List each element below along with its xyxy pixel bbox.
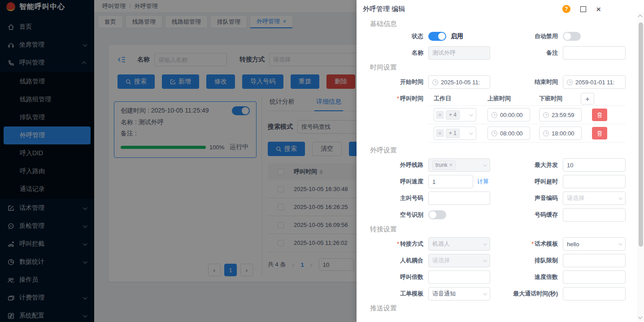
label-text: 话术模板: [535, 240, 558, 247]
clock-icon: [543, 112, 549, 118]
number-cache-field[interactable]: [563, 208, 626, 222]
queue-limit-field[interactable]: [563, 254, 626, 267]
speed-multiple-input[interactable]: [567, 274, 622, 281]
select-value: 机器人: [432, 240, 450, 248]
time-value: 23:59:59: [552, 112, 574, 118]
end-time-input[interactable]: 23:59:59: [539, 108, 582, 122]
section-push-settings: 推送设置: [370, 304, 628, 313]
remark-field[interactable]: [563, 46, 626, 60]
audio-codec-label: 声音编码: [495, 194, 563, 202]
chevron-down-icon: [618, 242, 622, 245]
more-tag: + 4: [449, 112, 457, 118]
auto-disable-toggle[interactable]: [563, 32, 581, 41]
call-timeout-field[interactable]: [563, 175, 626, 188]
queue-limit-label: 排队限制: [495, 257, 563, 265]
chevron-down-icon: [469, 131, 473, 135]
select-value: 语音通知: [432, 290, 456, 298]
max-concurrency-field[interactable]: [563, 158, 626, 172]
drawer-header: 外呼管理 编辑 ? ×: [357, 0, 644, 18]
status-text: 启用: [451, 32, 463, 40]
add-call-time-button[interactable]: +: [581, 93, 594, 104]
chevron-down-icon: [483, 292, 487, 295]
name-input[interactable]: [432, 50, 486, 57]
end-time-label: 结束时间: [495, 78, 563, 86]
close-icon[interactable]: ×: [596, 5, 601, 13]
column-end-time: 下班时间: [539, 95, 581, 103]
empty-number-toggle[interactable]: [428, 210, 446, 219]
workday-select[interactable]: × + 4: [434, 108, 476, 122]
status-toggle[interactable]: [428, 32, 446, 41]
call-multiple-label: 呼叫倍数: [370, 273, 428, 281]
end-time-input[interactable]: 18:00:00: [539, 126, 582, 140]
auto-disable-label: 自动禁用: [495, 32, 563, 40]
max-call-duration-field[interactable]: [563, 287, 626, 300]
clock-icon: [543, 131, 549, 136]
start-time-input[interactable]: 00:00:00: [487, 108, 530, 122]
drawer-scrollbar[interactable]: [637, 13, 644, 321]
remark-label: 备注: [495, 49, 563, 57]
call-multiple-field[interactable]: [428, 270, 490, 284]
end-time-picker[interactable]: 2059-01-01 11:: [563, 75, 626, 89]
column-start-time: 上班时间: [487, 95, 539, 103]
script-template-select[interactable]: hello: [563, 237, 626, 251]
time-value: 18:00:00: [552, 130, 574, 137]
clock-icon: [492, 131, 497, 136]
call-multiple-input[interactable]: [432, 274, 486, 281]
queue-limit-input[interactable]: [567, 257, 622, 264]
section-transfer-settings: 转接设置: [370, 225, 628, 234]
caller-number-input[interactable]: [432, 195, 486, 202]
call-time-label: *呼叫时间: [370, 92, 428, 103]
transfer-mode-select[interactable]: 机器人: [428, 237, 490, 251]
number-cache-label: 号码缓存: [495, 211, 563, 219]
scrollbar-thumb[interactable]: [639, 22, 643, 247]
call-timeout-input[interactable]: [567, 178, 622, 185]
help-icon[interactable]: ?: [562, 5, 570, 13]
audio-codec-select[interactable]: 请选择: [563, 191, 626, 205]
max-call-duration-input[interactable]: [567, 291, 622, 297]
column-workday: 工作日: [434, 95, 487, 103]
ticket-template-select[interactable]: 语音通知: [428, 287, 490, 300]
tag-close-icon[interactable]: ×: [449, 162, 453, 168]
delete-call-time-button[interactable]: [592, 109, 607, 121]
human-machine-coupling-select[interactable]: 请选择: [428, 254, 490, 267]
chevron-down-icon: [618, 196, 622, 200]
tag-close-icon[interactable]: ×: [436, 129, 444, 137]
call-timeout-label: 呼叫超时: [495, 178, 563, 186]
name-field[interactable]: [428, 46, 490, 60]
remark-input[interactable]: [567, 50, 622, 57]
scroll-down-icon[interactable]: [638, 315, 643, 319]
caller-number-field[interactable]: [428, 191, 490, 205]
delete-call-time-button[interactable]: [592, 127, 607, 139]
tag-close-icon[interactable]: ×: [436, 111, 444, 119]
clock-icon: [492, 112, 497, 118]
outbound-line-label: 外呼线路: [370, 161, 428, 169]
chevron-down-icon: [483, 163, 487, 166]
number-cache-input[interactable]: [567, 212, 622, 218]
human-machine-coupling-label: 人机耦合: [370, 257, 428, 265]
empty-number-label: 空号识别: [370, 211, 428, 219]
start-time-value: 2025-10-05 11:: [441, 79, 480, 86]
section-time-settings: 时间设置: [370, 63, 628, 72]
scroll-up-icon[interactable]: [638, 15, 643, 19]
call-speed-field[interactable]: [428, 175, 473, 188]
call-speed-input[interactable]: [432, 178, 469, 185]
ticket-template-label: 工单模板: [370, 290, 428, 298]
select-placeholder: 请选择: [432, 257, 450, 265]
speed-multiple-field[interactable]: [563, 270, 626, 284]
start-time-picker[interactable]: 2025-10-05 11:: [428, 75, 490, 89]
calculate-link[interactable]: 计算: [477, 178, 489, 186]
maximize-icon[interactable]: [580, 6, 586, 12]
start-time-input[interactable]: 08:00:00: [487, 126, 530, 140]
end-time-value: 2059-01-01 11:: [575, 79, 614, 86]
more-tag: + 1: [449, 130, 457, 136]
chevron-down-icon: [483, 242, 487, 245]
section-basic-info: 基础信息: [370, 20, 628, 28]
call-time-row: × + 1 08:00:00 18:00:00: [428, 124, 626, 143]
speed-multiple-label: 速度倍数: [495, 273, 563, 281]
transfer-mode-label: *转接方式: [370, 240, 428, 248]
max-concurrency-input[interactable]: [567, 162, 622, 169]
outbound-line-select[interactable]: trunk×: [428, 158, 490, 172]
caller-number-label: 主叫号码: [370, 194, 428, 202]
workday-select[interactable]: × + 1: [434, 126, 476, 140]
call-speed-label: 呼叫速度: [370, 178, 428, 186]
